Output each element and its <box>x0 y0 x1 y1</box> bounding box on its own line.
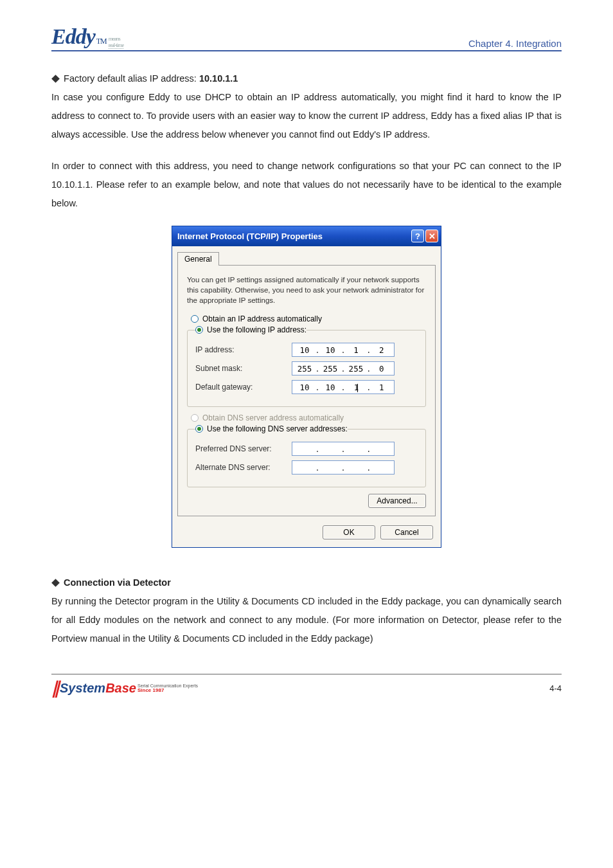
default-gateway-input[interactable]: 10. 10. 1. 1 <box>292 380 395 394</box>
bullet-diamond-icon <box>51 579 60 588</box>
logo-subtext: means real-time <box>109 35 123 49</box>
help-button[interactable]: ? <box>411 230 424 242</box>
ip-address-input[interactable]: 10. 10. 1. 2 <box>292 343 395 357</box>
section1-para2: In order to connect with this address, y… <box>51 157 562 213</box>
close-button[interactable]: ✕ <box>425 230 438 242</box>
alternate-dns-input[interactable]: . . . <box>292 460 395 475</box>
radio-use-dns-label: Use the following DNS server addresses: <box>207 424 348 433</box>
section1-para1: In case you configure Eddy to use DHCP t… <box>51 92 562 140</box>
radio-obtain-dns-label: Obtain DNS server address automatically <box>202 413 344 422</box>
bullet-diamond-icon <box>51 75 60 83</box>
section2-para: By running the Detector program in the U… <box>51 596 562 644</box>
radio-use-ip-label: Use the following IP address: <box>207 325 306 334</box>
dialog-intro: You can get IP settings assigned automat… <box>187 275 426 305</box>
preferred-dns-label: Preferred DNS server: <box>195 444 292 453</box>
section2-heading: Connection via Detector <box>64 577 171 588</box>
radio-obtain-ip-label: Obtain an IP address automatically <box>202 314 322 323</box>
page-footer: ∥ SystemBase Serial Communication Expert… <box>51 674 562 698</box>
chapter-title: Chapter 4. Integration <box>468 38 562 49</box>
default-gateway-label: Default gateway: <box>195 383 292 392</box>
advanced-button[interactable]: Advanced... <box>368 494 426 508</box>
logo-text: Eddy <box>51 24 95 49</box>
dialog-title: Internet Protocol (TCP/IP) Properties <box>177 231 323 241</box>
text-cursor-icon <box>357 384 358 392</box>
radio-obtain-dns <box>191 414 199 422</box>
tab-panel-general: You can get IP settings assigned automat… <box>177 265 436 516</box>
section-factory-alias: Factory default alias IP address: 10.10.… <box>51 69 562 144</box>
dns-group: Use the following DNS server addresses: … <box>187 424 426 487</box>
logo-tm: TM <box>96 37 107 46</box>
section1-heading-ip: 10.10.1.1 <box>199 73 238 84</box>
section1-heading-prefix: Factory default alias IP address: <box>64 73 199 84</box>
tab-general[interactable]: General <box>177 252 219 266</box>
radio-use-ip[interactable] <box>195 326 203 334</box>
subnet-mask-input[interactable]: 255. 255. 255. 0 <box>292 361 395 375</box>
page-header: EddyTM means real-time Chapter 4. Integr… <box>51 24 562 51</box>
ok-button[interactable]: OK <box>323 525 375 539</box>
footer-logo: ∥ SystemBase Serial Communication Expert… <box>51 678 198 698</box>
ip-address-label: IP address: <box>195 345 292 354</box>
brand-logo: EddyTM means real-time <box>51 24 123 49</box>
preferred-dns-input[interactable]: . . . <box>292 442 395 456</box>
tcpip-properties-dialog: Internet Protocol (TCP/IP) Properties ? … <box>172 226 441 548</box>
radio-use-dns[interactable] <box>195 425 203 433</box>
dialog-titlebar: Internet Protocol (TCP/IP) Properties ? … <box>172 226 441 246</box>
page-number: 4-4 <box>549 683 562 693</box>
ip-address-group: Use the following IP address: IP address… <box>187 325 426 407</box>
subnet-mask-label: Subnet mask: <box>195 364 292 373</box>
radio-obtain-ip[interactable] <box>191 315 199 323</box>
section-connection-detector: Connection via Detector By running the D… <box>51 574 562 648</box>
cancel-button[interactable]: Cancel <box>380 525 433 539</box>
alternate-dns-label: Alternate DNS server: <box>195 463 292 472</box>
